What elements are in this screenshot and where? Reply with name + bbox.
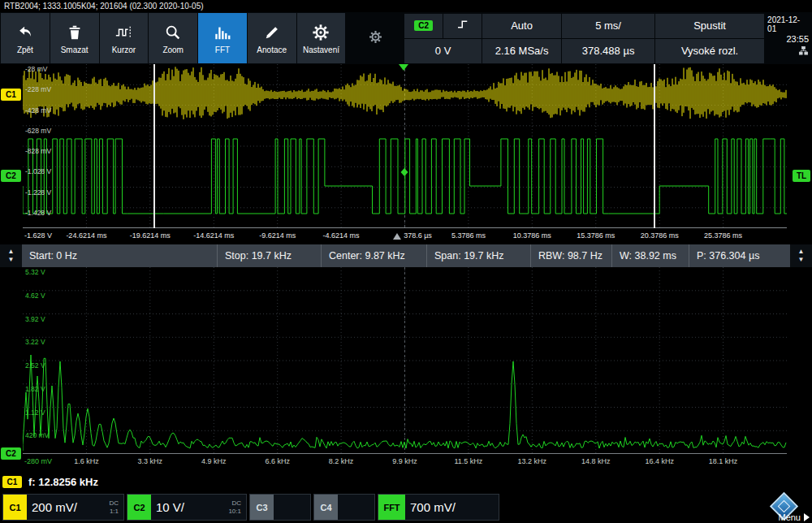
scope-time-labels: -24.6214 ms-19.6214 ms-14.6214 ms-9.6214… — [0, 228, 812, 244]
rising-edge-icon — [456, 17, 470, 34]
fft-start-field[interactable]: Start: 0 Hz — [22, 244, 217, 267]
analog-waveform-plot[interactable]: -28 mV-228 mV-428 mV-628 mV-828 mV-1.028… — [23, 64, 787, 228]
fft-frequency-label: 14.8 kHz — [581, 457, 611, 465]
c1-badge: C1 — [3, 495, 27, 520]
fft-button[interactable]: FFT — [198, 13, 247, 63]
trigger-level-tab[interactable]: TL — [793, 170, 810, 182]
c4-badge: C4 — [314, 495, 338, 520]
fft-scroll-left-control[interactable]: ▲ ▼ — [0, 244, 22, 267]
measurement-bar: C1 f: 12.8256 kHz — [0, 472, 812, 491]
scope-time-label: 20.3786 ms — [641, 231, 679, 240]
back-button[interactable]: Zpět — [1, 13, 50, 63]
c2-channel-tab[interactable]: C2 — [1, 170, 21, 182]
scope-time-label: 25.3786 ms — [704, 231, 742, 240]
c2-probe: 10:1 — [228, 508, 241, 516]
fft-scale-block[interactable]: FFT 700 mV/ — [378, 494, 499, 521]
scope-time-label: -14.6214 ms — [193, 231, 234, 240]
scope-time-label: -24.6214 ms — [66, 231, 106, 240]
device-info: RTB2004; 1333.1005K04; 201604 (02.300 20… — [4, 2, 204, 11]
oscilloscope-screen: RTB2004; 1333.1005K04; 201604 (02.300 20… — [0, 0, 812, 523]
toolbar-button-label: FFT — [215, 46, 230, 54]
zoom-button[interactable]: Zoom — [149, 13, 197, 63]
fft-center-field[interactable]: Center: 9.87 kHz — [321, 244, 426, 267]
resolution-cell[interactable]: Vysoké rozl. — [655, 39, 764, 63]
menu-arrow-icon — [804, 513, 810, 521]
toolbar-button-label: Smazat — [61, 46, 89, 54]
cursor-button[interactable]: Kurzor — [100, 13, 149, 63]
fft-frequency-label: 11.5 kHz — [454, 457, 482, 465]
acquisition-type: Vysoké rozl. — [681, 45, 738, 57]
toolbar-button-label: Zpět — [17, 46, 33, 54]
timebase-cell[interactable]: 5 ms/ — [562, 14, 654, 38]
run-state-cell[interactable]: Spustit — [655, 14, 764, 38]
sample-rate-cell: 2.16 MSa/s — [482, 39, 561, 63]
trigger-source-cell[interactable]: C2 — [404, 14, 443, 38]
trigger-slope-cell[interactable] — [443, 14, 482, 38]
trash-icon — [66, 23, 84, 42]
zoom-icon — [164, 23, 182, 42]
fft-icon — [214, 23, 231, 42]
fft-center-value: Center: 9.87 kHz — [329, 250, 405, 262]
c1-scale: 200 mV/ — [32, 500, 77, 514]
up-arrow-icon: ▲ — [8, 249, 15, 255]
horizontal-position-value: 378.488 µs — [582, 45, 635, 57]
channel-c3-block[interactable]: C3 — [249, 494, 311, 521]
channel-c2-block[interactable]: C2 10 V/ DC 10:1 — [127, 494, 247, 521]
fft-stop-field[interactable]: Stop: 19.7 kHz — [217, 244, 321, 267]
fft-frequency-label: 1.6 kHz — [74, 457, 99, 465]
run-state: Spustit — [693, 19, 726, 32]
clock-panel: 2021-12-01 23:55 — [764, 13, 812, 63]
fft-display: 5.32 V4.62 V3.92 V3.22 V2.52 V1.82 V1.12… — [0, 267, 812, 472]
trigger-level-value: 0 V — [435, 45, 451, 57]
fft-scroll-right-control[interactable]: ▲ ▼ — [790, 244, 812, 267]
reference-point-marker-icon — [393, 233, 401, 240]
channel-c4-block[interactable]: C4 — [313, 494, 375, 521]
toolbar: Zpět Smazat Kurzor Zoom FFT — [0, 12, 812, 64]
fft-frequency-axis: -280 mV 1.6 kHz3.3 kHz4.9 kHz6.6 kHz8.2 … — [0, 454, 812, 472]
fft-window-field[interactable]: W: 38.92 ms — [611, 244, 689, 267]
time-label: 23:55 — [787, 34, 810, 44]
annotation-button[interactable]: Anotace — [248, 13, 296, 63]
c1-coupling: DC — [109, 499, 119, 508]
settings-button[interactable]: Nastavení — [297, 13, 346, 63]
fft-stop-value: Stop: 19.7 kHz — [225, 250, 292, 262]
acquisition-mode-cell[interactable]: Auto — [482, 14, 561, 38]
scope-time-label: 378.6 µs — [404, 231, 432, 240]
gear-icon — [312, 23, 330, 42]
horizontal-position-cell[interactable]: 378.488 µs — [562, 39, 654, 63]
fft-span-field[interactable]: Span: 19.7 kHz — [426, 244, 530, 267]
trigger-level-cell[interactable]: 0 V — [404, 39, 482, 63]
c1-probe: 1:1 — [110, 508, 119, 516]
fft-badge: FFT — [378, 495, 405, 520]
menu-button[interactable]: Menu — [778, 512, 810, 522]
c1-channel-tab[interactable]: C1 — [1, 89, 21, 101]
up-arrow-icon: ▲ — [798, 249, 805, 255]
scope-time-label: 10.3786 ms — [513, 231, 551, 240]
fft-bottom-voltage-label: -280 mV — [24, 457, 52, 465]
date-label: 2021-12-01 — [767, 15, 809, 33]
scope-time-label: -9.6214 ms — [259, 231, 296, 240]
fft-spectrum-plot[interactable]: 5.32 V4.62 V3.92 V3.22 V2.52 V1.82 V1.12… — [23, 267, 787, 454]
channel-bar: C1 200 mV/ DC 1:1 C2 10 V/ DC 10:1 C3 — [0, 491, 812, 523]
scope-time-axis: -1.628 V -24.6214 ms-19.6214 ms-14.6214 … — [0, 228, 812, 244]
fft-settings-bar: ▲ ▼ Start: 0 Hz Stop: 19.7 kHz Center: 9… — [0, 244, 812, 267]
fft-span-value: Span: 19.7 kHz — [434, 250, 503, 262]
quick-settings-button[interactable] — [346, 13, 404, 63]
toolbar-button-label: Kurzor — [112, 46, 136, 54]
sample-rate-value: 2.16 MSa/s — [495, 45, 549, 57]
delete-button[interactable]: Smazat — [50, 13, 99, 63]
c3-badge: C3 — [250, 495, 274, 520]
scope-time-label: -19.6214 ms — [130, 231, 171, 240]
fft-rbw-field[interactable]: RBW: 98.7 Hz — [530, 244, 611, 267]
toolbar-button-label: Zoom — [162, 46, 184, 54]
undo-icon — [16, 23, 34, 42]
fft-period-field[interactable]: P: 376.304 µs — [689, 244, 790, 267]
pencil-icon — [263, 23, 281, 42]
fft-frequency-label: 13.2 kHz — [518, 457, 547, 465]
channel-c1-block[interactable]: C1 200 mV/ DC 1:1 — [2, 494, 124, 521]
scope-bottom-voltage-label: -1.628 V — [24, 231, 52, 240]
c2-badge: C2 — [127, 495, 151, 520]
trigger-position-marker[interactable] — [399, 64, 408, 71]
menu-label: Menu — [778, 512, 801, 522]
network-icon — [798, 45, 809, 59]
